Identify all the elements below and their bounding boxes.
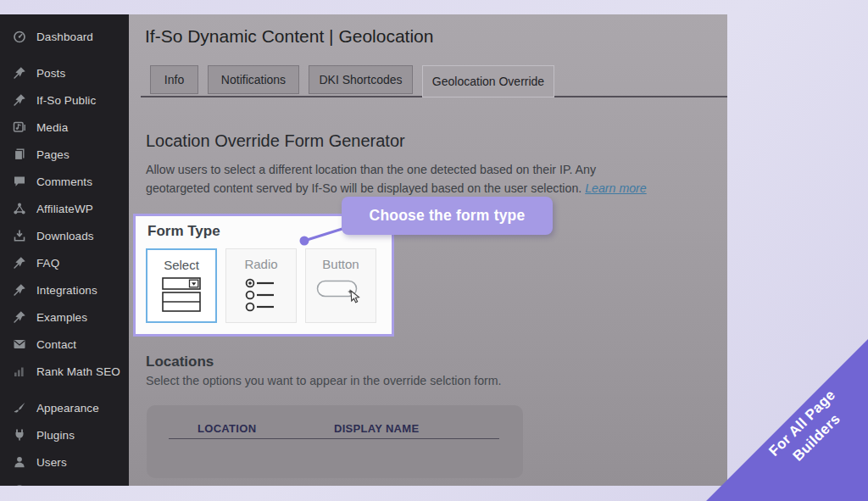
description-line1: Allow users to select a different locati…: [146, 163, 596, 176]
sidebar-item-contact[interactable]: Contact: [0, 331, 129, 358]
locations-table: LOCATION DISPLAY NAME: [147, 405, 523, 478]
sidebar-item-partial: [0, 476, 129, 486]
ribbon-text: For All Page Builders: [732, 352, 868, 501]
column-header-display-name: DISPLAY NAME: [334, 422, 419, 435]
radio-list-icon: [244, 276, 278, 317]
form-type-option-radio[interactable]: Radio: [225, 248, 297, 323]
pin-icon: [13, 283, 26, 297]
sidebar-item-label: Examples: [36, 311, 87, 324]
tab-info[interactable]: Info: [150, 65, 198, 94]
sidebar-item-faq[interactable]: FAQ: [0, 249, 129, 276]
user-icon: [13, 455, 26, 469]
admin-content: If-So Dynamic Content | Geolocation Info…: [129, 14, 727, 486]
table-header-underline: [169, 438, 499, 439]
sidebar-separator: [0, 50, 129, 59]
sidebar-item-label: Appearance: [36, 402, 99, 415]
sidebar-item-label: Contact: [36, 338, 76, 351]
media-icon: [13, 120, 26, 134]
plugin-icon: [13, 428, 26, 442]
button-click-icon: [316, 276, 365, 310]
comments-icon: [13, 175, 26, 188]
page: Dashboard Posts If-So Public Media: [0, 0, 868, 501]
tooltip-text: Choose the form type: [370, 207, 526, 225]
locations-description: Select the options you want to appear in…: [146, 374, 502, 387]
locations-heading: Locations: [146, 353, 214, 370]
section-description: Allow users to select a different locati…: [146, 160, 654, 198]
sidebar-item-users[interactable]: Users: [0, 448, 129, 476]
dashboard-icon: [13, 30, 26, 43]
sidebar-item-examples[interactable]: Examples: [0, 303, 129, 331]
tab-notifications[interactable]: Notifications: [208, 65, 299, 94]
settings-icon: [13, 482, 26, 486]
sidebar-item-label: Pages: [36, 148, 70, 161]
form-type-option-select[interactable]: Select: [146, 248, 217, 323]
sidebar-item-pages[interactable]: Pages: [0, 141, 129, 168]
column-header-location: LOCATION: [198, 422, 256, 435]
option-label: Radio: [244, 257, 277, 271]
sidebar-item-label: Media: [36, 121, 68, 134]
form-type-options: Select Radio: [146, 248, 376, 323]
sidebar-item-affiliatewp[interactable]: AffiliateWP: [0, 195, 129, 222]
option-label: Select: [164, 258, 199, 272]
form-type-label: Form Type: [147, 223, 220, 240]
network-icon: [13, 202, 26, 215]
sidebar-item-label: Comments: [36, 175, 92, 188]
chart-icon: [13, 365, 26, 378]
page-title: If-So Dynamic Content | Geolocation: [145, 26, 433, 47]
tooltip-callout: Choose the form type: [342, 197, 553, 235]
learn-more-link[interactable]: Learn more: [585, 181, 647, 195]
tabbar: Info Notifications DKI Shortcodes Geoloc…: [150, 65, 554, 97]
sidebar-item-label: Posts: [36, 67, 65, 80]
sidebar-item-ifso-public[interactable]: If-So Public: [0, 86, 129, 114]
sidebar-item-posts[interactable]: Posts: [0, 59, 129, 86]
sidebar-item-label: FAQ: [36, 257, 59, 270]
mail-icon: [13, 337, 26, 351]
sidebar-separator: [0, 385, 129, 394]
admin-sidebar: Dashboard Posts If-So Public Media: [0, 14, 129, 486]
select-dropdown-icon: [162, 277, 201, 316]
sidebar-item-plugins[interactable]: Plugins: [0, 421, 129, 448]
form-type-option-button[interactable]: Button: [305, 248, 376, 323]
sidebar-item-label: Users: [36, 456, 67, 469]
description-line2: geotargeted content served by If-So will…: [146, 181, 581, 195]
tab-geolocation-override[interactable]: Geolocation Override: [422, 65, 554, 97]
sidebar-item-label: Dashboard: [36, 31, 93, 43]
sidebar-item-media[interactable]: Media: [0, 114, 129, 141]
download-icon: [13, 229, 26, 242]
sidebar-item-downloads[interactable]: Downloads: [0, 222, 129, 249]
tab-dki-shortcodes[interactable]: DKI Shortcodes: [309, 65, 413, 94]
brush-icon: [13, 401, 26, 415]
sidebar-item-appearance[interactable]: Appearance: [0, 394, 129, 421]
sidebar-item-label: Rank Math SEO: [36, 365, 120, 378]
sidebar-item-dashboard[interactable]: Dashboard: [0, 23, 129, 50]
sidebar-item-label: AffiliateWP: [36, 203, 93, 215]
sidebar-item-label: Downloads: [36, 230, 94, 242]
sidebar-item-rank-math-seo[interactable]: Rank Math SEO: [0, 358, 129, 385]
sidebar-item-comments[interactable]: Comments: [0, 168, 129, 195]
sidebar-item-label: Plugins: [36, 429, 75, 442]
sidebar-item-label: Integrations: [36, 284, 97, 297]
pin-icon: [13, 93, 26, 107]
pin-icon: [13, 66, 26, 80]
sidebar-item-label: If-So Public: [36, 94, 96, 107]
option-label: Button: [322, 257, 359, 271]
section-heading: Location Override Form Generator: [146, 131, 405, 151]
pin-icon: [13, 310, 26, 324]
pin-icon: [13, 256, 26, 270]
sidebar-item-integrations[interactable]: Integrations: [0, 276, 129, 303]
pages-icon: [13, 148, 26, 161]
